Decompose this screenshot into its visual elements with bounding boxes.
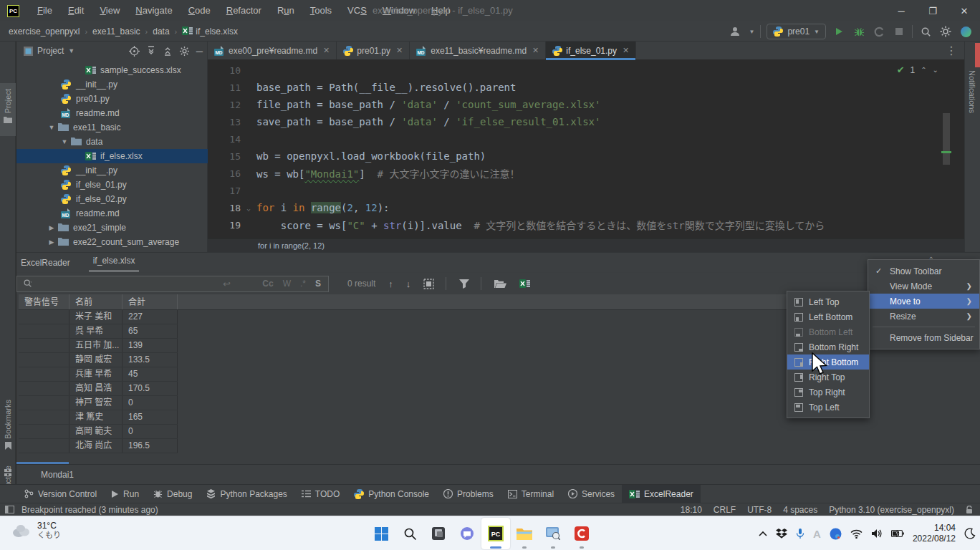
tool-window-button-run[interactable]: Run bbox=[104, 485, 146, 503]
collapse-all-icon[interactable] bbox=[163, 46, 173, 56]
tool-window-button-excelreader[interactable]: ExcelReader bbox=[622, 485, 701, 503]
menu-item-move-to[interactable]: Move to❯ bbox=[868, 294, 979, 309]
editor-tab-pre01.py[interactable]: pre01.py✕ bbox=[337, 42, 410, 59]
tool-window-button-todo[interactable]: TODO bbox=[294, 485, 347, 503]
editor-tab-if_else_01.py[interactable]: if_else_01.py✕ bbox=[546, 42, 636, 59]
tool-window-button-version-control[interactable]: Version Control bbox=[17, 485, 104, 503]
tool-window-button-problems[interactable]: Problems bbox=[436, 485, 501, 503]
debug-button[interactable] bbox=[852, 24, 866, 39]
table-row[interactable]: 静岡 威宏133.5 bbox=[19, 353, 178, 367]
breadcrumb-item[interactable]: if_else.xlsx bbox=[182, 26, 238, 37]
select-all-occurrences-icon[interactable] bbox=[423, 279, 434, 289]
inspections-widget[interactable]: ✔ 1 ⌃ ⌄ bbox=[897, 64, 938, 75]
close-button[interactable]: ✕ bbox=[948, 0, 980, 21]
maximize-button[interactable]: ❐ bbox=[917, 0, 948, 21]
night-mode-moon-icon[interactable] bbox=[964, 528, 976, 539]
table-row[interactable]: 神戸 智宏0 bbox=[19, 396, 178, 410]
table-row[interactable]: 五日市 加...139 bbox=[19, 339, 178, 353]
battery-icon[interactable] bbox=[891, 529, 904, 538]
taskbar-windows-start[interactable] bbox=[367, 518, 395, 549]
line-number[interactable]: 15 bbox=[208, 151, 241, 162]
settings-gear-icon[interactable] bbox=[938, 24, 953, 39]
profiler-button[interactable] bbox=[872, 24, 886, 39]
tool-window-button-python-console[interactable]: Python Console bbox=[347, 485, 436, 503]
lock-icon[interactable] bbox=[966, 506, 973, 514]
python-interpreter[interactable]: Python 3.10 (exercise_openpyxl) bbox=[829, 505, 954, 515]
menu-tools[interactable]: Tools bbox=[302, 0, 340, 21]
tool-stripe-project[interactable]: Project bbox=[0, 83, 16, 136]
search-option-w[interactable]: W bbox=[283, 279, 291, 289]
search-input[interactable]: ↩ CcW.*S bbox=[16, 276, 329, 292]
taskbar-snipping[interactable] bbox=[539, 518, 567, 549]
taskbar-chat[interactable] bbox=[453, 518, 481, 549]
search-history-icon[interactable]: ↩ bbox=[223, 279, 231, 289]
tab-list-more-icon[interactable]: ⋮ bbox=[938, 42, 964, 59]
tree-item-if_else_02.py[interactable]: if_else_02.py bbox=[16, 192, 208, 206]
tree-item-readme.md[interactable]: MDreadme.md bbox=[16, 106, 208, 120]
file-encoding[interactable]: UTF-8 bbox=[747, 505, 772, 515]
tab-close-icon[interactable]: ✕ bbox=[532, 46, 539, 55]
menu-item-remove-from-sidebar[interactable]: Remove from Sidebar bbox=[868, 330, 979, 345]
search-option-s[interactable]: S bbox=[315, 279, 321, 289]
line-number[interactable]: 13 bbox=[208, 117, 241, 127]
line-number[interactable]: 10 bbox=[208, 65, 241, 76]
search-option-cc[interactable]: Cc bbox=[262, 279, 273, 289]
line-number[interactable]: 14 bbox=[208, 134, 241, 145]
taskbar-pycharm[interactable]: PC bbox=[481, 518, 510, 549]
tab-close-icon[interactable]: ✕ bbox=[623, 46, 629, 55]
table-row[interactable]: 兵庫 早希45 bbox=[19, 367, 178, 382]
code-editor[interactable]: 1011base_path = Path(__file__).resolve()… bbox=[208, 62, 954, 238]
tree-item-sample_success.xlsx[interactable]: sample_success.xlsx bbox=[16, 63, 208, 77]
chevron-right-icon[interactable]: ▶ bbox=[48, 238, 55, 246]
tree-item-exe11_basic[interactable]: ▼exe11_basic bbox=[16, 120, 208, 135]
menu-navigate[interactable]: Navigate bbox=[128, 0, 180, 21]
tree-item-data[interactable]: ▼data bbox=[16, 135, 208, 149]
tree-item-if_else_01.py[interactable]: if_else_01.py bbox=[16, 178, 208, 192]
edge-browser-icon[interactable] bbox=[830, 528, 842, 540]
table-row[interactable]: 米子 美和227 bbox=[19, 310, 178, 324]
wifi-icon[interactable] bbox=[850, 529, 863, 539]
run-button[interactable] bbox=[832, 24, 846, 39]
menu-item-view-mode[interactable]: View Mode❯ bbox=[868, 279, 979, 294]
volume-icon[interactable] bbox=[871, 529, 883, 539]
submenu-item-top-left[interactable]: Top Left bbox=[787, 400, 869, 415]
microphone-icon[interactable] bbox=[796, 528, 804, 539]
taskbar-search[interactable] bbox=[395, 518, 424, 549]
line-number[interactable]: 11 bbox=[208, 82, 241, 93]
chevron-down-icon[interactable]: ▼ bbox=[61, 138, 68, 145]
chevron-down-icon[interactable]: ▼ bbox=[48, 124, 55, 131]
breadcrumb-item[interactable]: exercise_openpyxl bbox=[9, 26, 80, 37]
dropbox-icon[interactable] bbox=[776, 529, 787, 539]
filter-icon[interactable] bbox=[459, 279, 469, 289]
menu-file[interactable]: File bbox=[29, 0, 60, 21]
tool-stripe-notifications[interactable]: Notifications bbox=[968, 70, 976, 116]
editor-scrollbar[interactable] bbox=[943, 113, 950, 165]
arrow-up-icon[interactable]: ↑ bbox=[388, 279, 393, 289]
excel-file-icon[interactable] bbox=[519, 279, 530, 289]
tree-item-pre01.py[interactable]: pre01.py bbox=[16, 92, 208, 106]
menu-vcs[interactable]: VCS bbox=[340, 0, 375, 21]
taskbar-task-view[interactable] bbox=[424, 518, 453, 549]
search-everywhere-icon[interactable] bbox=[918, 24, 933, 39]
menu-refactor[interactable]: Refactor bbox=[218, 0, 269, 21]
submenu-item-left-bottom[interactable]: Left Bottom bbox=[787, 309, 869, 324]
menu-code[interactable]: Code bbox=[181, 0, 218, 21]
menu-item-show-toolbar[interactable]: ✓Show Toolbar bbox=[868, 264, 979, 279]
ime-mode-icon[interactable]: A bbox=[813, 528, 821, 540]
line-number[interactable]: 12 bbox=[208, 100, 241, 110]
expand-all-icon[interactable] bbox=[146, 46, 156, 56]
table-row[interactable]: 呉 早希65 bbox=[19, 324, 178, 339]
status-message[interactable]: Breakpoint reached (3 minutes ago) bbox=[21, 505, 158, 515]
tab-close-icon[interactable]: ✕ bbox=[323, 46, 330, 55]
tree-item-__init__.py[interactable]: __init__.py bbox=[16, 77, 208, 92]
project-panel-title[interactable]: Project bbox=[37, 46, 64, 56]
breadcrumb-item[interactable]: data bbox=[153, 26, 169, 37]
tree-item-readme.md[interactable]: MDreadme.md bbox=[16, 206, 208, 221]
open-folder-icon[interactable] bbox=[494, 279, 506, 289]
tool-window-button-python-packages[interactable]: Python Packages bbox=[199, 485, 294, 503]
line-number[interactable]: 17 bbox=[208, 185, 241, 196]
tool-stripe-bookmarks[interactable]: Bookmarks bbox=[0, 400, 16, 450]
taskbar-clock[interactable]: 14:04 2022/08/12 bbox=[913, 523, 956, 544]
line-number[interactable]: 18 bbox=[208, 203, 241, 213]
excelreader-file-tab[interactable]: if_else.xlsx bbox=[89, 256, 140, 272]
